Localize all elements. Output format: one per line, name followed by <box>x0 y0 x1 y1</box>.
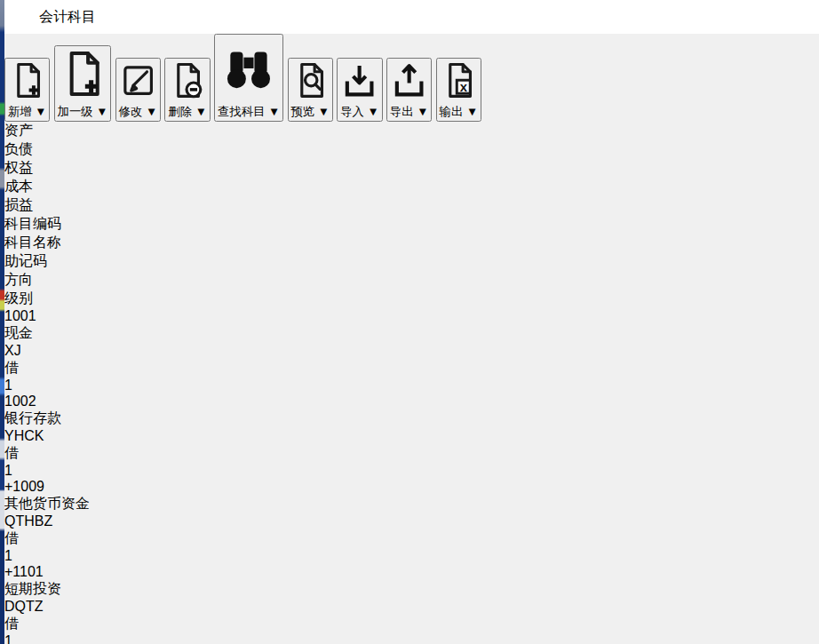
cell-mnemonic: DQTZ <box>4 599 819 615</box>
dropdown-arrow-icon[interactable]: ▼ <box>466 105 478 118</box>
title-bar: 会计科目 <box>4 0 819 34</box>
table-row[interactable]: +1009 其他货币资金 QTHBZ 借 1 <box>4 479 819 564</box>
toolbar-button-addlevel[interactable]: 加一级 ▼ <box>54 45 112 122</box>
expand-plus-icon[interactable]: + <box>4 479 12 494</box>
svg-text:x: x <box>459 79 467 93</box>
cell-level: 1 <box>4 633 819 644</box>
cell-code: +1009 <box>4 479 819 495</box>
export-icon <box>388 91 430 104</box>
cell-code: 1001 <box>4 308 819 324</box>
table-row[interactable]: 1001 现金 XJ 借 1 <box>4 308 819 394</box>
column-header[interactable]: 科目名称 <box>4 234 819 252</box>
cell-name: 银行存款 <box>4 409 819 428</box>
doc-minus-icon <box>166 91 208 104</box>
tab-资产[interactable]: 资产 <box>4 122 819 140</box>
cell-code: 1002 <box>4 394 819 409</box>
table-header-row: 科目编码科目名称助记码方向级别 <box>4 215 819 308</box>
dropdown-arrow-icon[interactable]: ▼ <box>268 105 280 118</box>
cell-name: 其他货币资金 <box>4 495 819 513</box>
toolbar-button-output[interactable]: x 输出 ▼ <box>436 58 481 122</box>
subjects-table: 科目编码科目名称助记码方向级别 1001 现金 XJ 借 1 1002 银行存款… <box>4 215 819 644</box>
toolbar-button-delete[interactable]: 删除 ▼ <box>164 58 210 122</box>
cell-name: 现金 <box>4 324 819 343</box>
toolbar: 新增 ▼ 加一级 ▼ 修改 ▼ 删除 ▼ 查找科目 ▼ 预览 <box>4 34 819 122</box>
expand-plus-icon[interactable]: + <box>4 564 12 579</box>
dropdown-arrow-icon[interactable]: ▼ <box>417 105 428 118</box>
excel-icon: x <box>438 91 480 104</box>
cell-level: 1 <box>4 463 819 479</box>
cell-code: +1101 <box>4 564 819 580</box>
cell-mnemonic: XJ <box>4 343 819 359</box>
cell-level: 1 <box>4 548 819 564</box>
window-title: 会计科目 <box>39 8 96 27</box>
cell-direction: 借 <box>4 615 819 633</box>
toolbar-button-modify[interactable]: 修改 ▼ <box>115 58 161 122</box>
toolbar-button-preview[interactable]: 预览 ▼ <box>288 58 333 122</box>
app-four-diamonds-icon <box>15 9 32 26</box>
dropdown-arrow-icon[interactable]: ▼ <box>35 105 46 118</box>
column-header[interactable]: 科目编码 <box>4 215 819 234</box>
doc-plus-icon <box>6 91 48 104</box>
toolbar-button-import[interactable]: 导入 ▼ <box>337 58 382 122</box>
doc-plus-icon <box>56 91 110 104</box>
table-row[interactable]: +1101 短期投资 DQTZ 借 1 <box>4 564 819 644</box>
edit-icon <box>117 91 159 104</box>
dropdown-arrow-icon[interactable]: ▼ <box>195 105 207 118</box>
tab-损益[interactable]: 损益 <box>4 196 819 215</box>
category-tab-strip: 资产 负债 权益 成本 损益 <box>4 122 819 215</box>
toolbar-button-add[interactable]: 新增 ▼ <box>4 58 50 122</box>
dropdown-arrow-icon[interactable]: ▼ <box>318 105 330 118</box>
toolbar-button-export[interactable]: 导出 ▼ <box>386 58 432 122</box>
cell-direction: 借 <box>4 444 819 463</box>
cell-level: 1 <box>4 378 819 394</box>
column-header[interactable]: 级别 <box>4 290 819 308</box>
tab-负债[interactable]: 负债 <box>4 140 819 159</box>
dropdown-arrow-icon[interactable]: ▼ <box>146 105 157 118</box>
cell-direction: 借 <box>4 529 819 548</box>
import-icon <box>338 91 380 104</box>
cell-mnemonic: YHCK <box>4 428 819 444</box>
table-body: 1001 现金 XJ 借 1 1002 银行存款 YHCK 借 1 +1009 … <box>4 308 819 644</box>
table-row[interactable]: 1002 银行存款 YHCK 借 1 <box>4 394 819 479</box>
column-header[interactable]: 方向 <box>4 271 819 290</box>
cell-direction: 借 <box>4 359 819 378</box>
tab-权益[interactable]: 权益 <box>4 159 819 178</box>
cell-mnemonic: QTHBZ <box>4 513 819 529</box>
dropdown-arrow-icon[interactable]: ▼ <box>368 105 379 118</box>
cell-name: 短期投资 <box>4 580 819 599</box>
doc-search-icon <box>290 91 331 104</box>
tab-成本[interactable]: 成本 <box>4 178 819 196</box>
toolbar-button-find[interactable]: 查找科目 ▼ <box>214 34 283 122</box>
dropdown-arrow-icon[interactable]: ▼ <box>96 105 107 118</box>
accounting-subjects-window: 会计科目 新增 ▼ 加一级 ▼ 修改 ▼ 删除 ▼ 查找科目 <box>4 0 819 644</box>
binoculars-icon <box>216 91 282 104</box>
column-header[interactable]: 助记码 <box>4 252 819 271</box>
